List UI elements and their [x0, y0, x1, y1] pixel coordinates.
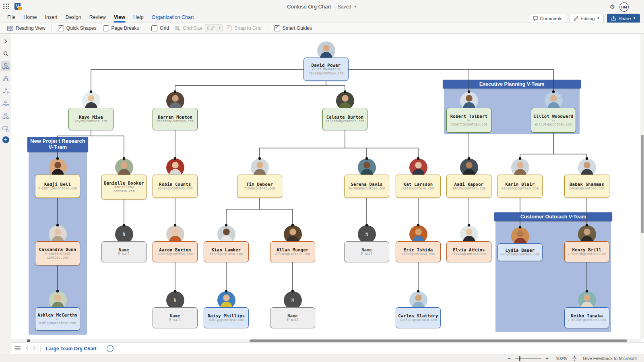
- avatar-aadi-kapoor[interactable]: [460, 158, 478, 177]
- menu-help[interactable]: Help: [129, 13, 148, 23]
- org-node-ashley-mccarthy[interactable]: Ashley McCarthyv-ashleym@contoso.com: [35, 307, 80, 331]
- smart-guides-checkbox[interactable]: Smart Guides: [271, 25, 315, 31]
- stencil-org-tree-2[interactable]: [1, 86, 10, 96]
- org-node-tim-deboer[interactable]: Tim Deboertimd@contoso.com: [237, 175, 282, 198]
- org-node-robin-counts[interactable]: Robin Countsrobinc@contoso.com: [153, 175, 198, 198]
- next-page-icon[interactable]: [33, 346, 36, 352]
- placeholder-avatar[interactable]: N: [115, 225, 133, 243]
- avatar-tim-deboer[interactable]: [251, 158, 269, 177]
- placeholder-avatar[interactable]: N: [166, 291, 184, 309]
- zoom-level[interactable]: 102%: [556, 356, 567, 361]
- org-node-karin-blair[interactable]: Karin Blairkarianb@contoso.com: [497, 175, 543, 198]
- org-node-lydia-bauer[interactable]: Lydia Bauerv-lydiab@contoso.com: [497, 243, 543, 261]
- avatar-celeste-burton[interactable]: [336, 92, 354, 110]
- avatar-daisy-phillips[interactable]: [217, 291, 235, 309]
- avatar-kian-lamber[interactable]: [217, 225, 235, 243]
- org-node-babak-shammas[interactable]: Babak Shammasbabaks@contoso.com: [564, 175, 609, 198]
- org-node-name[interactable]: NameE-mail: [270, 307, 315, 328]
- org-node-darren-mouton[interactable]: Darren Moutondarrenm@contoso.com: [153, 108, 198, 130]
- avatar-elvia-atkins[interactable]: [460, 225, 478, 243]
- avatar-henry-brill[interactable]: [578, 225, 596, 243]
- menu-home[interactable]: Home: [19, 13, 41, 23]
- org-node-robert-tolbert[interactable]: Robert Tolbertv-robertt@contoso.com: [446, 108, 491, 133]
- org-node-allan-munger[interactable]: Allan Mungerallanm@contoso.com: [270, 241, 315, 262]
- stencil-org-tree-1[interactable]: [1, 74, 10, 83]
- zoom-out-button[interactable]: −: [505, 356, 513, 362]
- avatar-darren-mouton[interactable]: [166, 92, 184, 110]
- comments-button[interactable]: Comments: [529, 14, 567, 23]
- chevron-down-icon[interactable]: ▼: [354, 5, 357, 8]
- search-icon[interactable]: [1, 49, 10, 58]
- page-tab-large-team-org-chart[interactable]: Large Team Org Chart: [46, 346, 97, 352]
- org-node-danielle-booker[interactable]: Danielle Bookerdanielleb@contoso.com: [101, 175, 147, 200]
- menu-file[interactable]: File: [3, 13, 19, 23]
- avatar-babak-shammas[interactable]: [578, 158, 596, 177]
- avatar-aaron-buxton[interactable]: [166, 225, 184, 243]
- org-node-kadji-bell[interactable]: Kadji Bellv-kadjib@contoso.com: [35, 175, 80, 198]
- menu-review[interactable]: Review: [85, 13, 110, 23]
- menu-view[interactable]: View: [110, 13, 129, 23]
- page-breaks-checkbox[interactable]: Page Breaks: [100, 25, 142, 31]
- org-node-elvia-atkins[interactable]: Elvia Atkinselviaa@contoso.com: [446, 241, 491, 262]
- avatar-robert-tolbert[interactable]: [460, 92, 478, 110]
- org-node-name[interactable]: NameE-mail: [101, 241, 147, 262]
- saved-status[interactable]: Saved: [338, 4, 351, 10]
- org-node-keiko-tanaka[interactable]: Keiko Tanakav-keikot@contoso.com: [564, 307, 609, 328]
- org-node-daisy-phillips[interactable]: Daisy Phillipsdaisyp@contoso.com: [204, 307, 249, 328]
- grid-checkbox[interactable]: Grid: [148, 25, 172, 31]
- avatar-eric-ishida[interactable]: [409, 225, 427, 243]
- avatar-robin-counts[interactable]: [166, 158, 184, 177]
- pages-menu-icon[interactable]: [15, 346, 21, 352]
- add-stencil-button[interactable]: +: [2, 136, 9, 143]
- fit-to-window-icon[interactable]: [572, 356, 577, 362]
- org-node-david-power[interactable]: David PowerVP of Marketingdavidp@contoso…: [303, 58, 349, 81]
- avatar-danielle-booker[interactable]: [115, 158, 133, 177]
- share-button[interactable]: Share ▼: [607, 14, 640, 23]
- drawing-canvas[interactable]: New Project Research V-TeamExecutive Pla…: [11, 34, 644, 343]
- expand-panel-icon[interactable]: [1, 36, 10, 46]
- quick-shapes-checkbox[interactable]: Quick Shapes: [55, 25, 100, 31]
- avatar-kadji-bell[interactable]: [49, 158, 67, 177]
- settings-gear-icon[interactable]: ⚙: [610, 3, 615, 10]
- placeholder-avatar[interactable]: N: [358, 225, 376, 243]
- org-node-carlos-slattery[interactable]: Carlos Slatterycarloss@contoso.com: [396, 307, 441, 328]
- reading-view-button[interactable]: Reading View: [4, 24, 49, 33]
- avatar-ashley-mccarthy[interactable]: [49, 291, 67, 309]
- add-page-button[interactable]: +: [107, 345, 114, 352]
- feedback-link[interactable]: Give Feedback to Microsoft: [583, 356, 637, 361]
- stencil-org-chart-selected[interactable]: [1, 61, 10, 71]
- shapes-stencil-icon[interactable]: [1, 123, 10, 133]
- spinner-icon[interactable]: ▲▼: [218, 26, 221, 30]
- avatar-lydia-bauer[interactable]: [511, 227, 529, 245]
- zoom-in-button[interactable]: +: [543, 356, 551, 362]
- menu-insert[interactable]: Insert: [41, 13, 62, 23]
- vertical-scrollbar[interactable]: [640, 34, 644, 339]
- hscroll-thumb[interactable]: [250, 339, 627, 342]
- org-node-kat-larsson[interactable]: Kat Larssonkatl@contoso.com: [396, 175, 441, 198]
- vscroll-thumb[interactable]: [641, 135, 644, 233]
- zoom-slider-thumb[interactable]: [519, 356, 520, 361]
- menu-design[interactable]: Design: [62, 13, 85, 23]
- prev-page-icon[interactable]: [25, 346, 28, 352]
- app-launcher-icon[interactable]: [3, 4, 9, 10]
- org-node-celeste-burton[interactable]: Celeste Burtoncelesteb@contoso.com: [322, 108, 367, 130]
- org-node-kian-lamber[interactable]: Kian Lamberkianl@contoso.com: [204, 241, 249, 262]
- org-node-name[interactable]: NameE-mail: [153, 307, 198, 328]
- org-node-aadi-kapoor[interactable]: Aadi Kapooraadik@contoso.com: [446, 175, 491, 198]
- placeholder-avatar[interactable]: N: [284, 291, 302, 309]
- org-node-elliot-woodward[interactable]: Elliot Woodwardv-elliotw@contoso.com: [531, 108, 576, 133]
- account-avatar[interactable]: HM: [619, 2, 629, 12]
- stencil-org-flow[interactable]: [1, 111, 10, 121]
- org-node-eric-ishida[interactable]: Eric Ishidaerici@contoso.com: [396, 241, 441, 262]
- org-node-serena-davis[interactable]: Serena Davisserenad@contoso.com: [344, 175, 389, 198]
- avatar-cassandra-dunn[interactable]: [49, 225, 67, 243]
- avatar-kat-larsson[interactable]: [409, 158, 427, 177]
- stencil-org-boxes[interactable]: [1, 99, 10, 108]
- avatar-allan-munger[interactable]: [284, 225, 302, 243]
- avatar-karin-blair[interactable]: [511, 158, 529, 177]
- avatar-kayo-miwa[interactable]: [82, 92, 100, 110]
- avatar-david-power[interactable]: [317, 41, 335, 60]
- grid-size-input[interactable]: 0.3" ▲▼: [205, 24, 223, 32]
- org-node-henry-brill[interactable]: Henry Brillv-henryb@contoso.com: [564, 241, 609, 262]
- org-node-kayo-miwa[interactable]: Kayo Miwakayom@contoso.com: [68, 108, 114, 130]
